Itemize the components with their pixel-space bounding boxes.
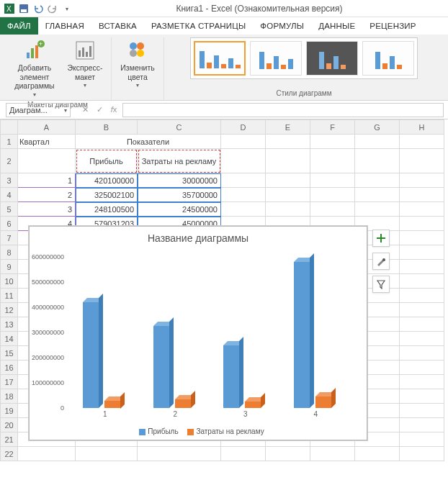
- cell[interactable]: [400, 317, 444, 332]
- qat-customize-icon[interactable]: ▾: [61, 2, 73, 15]
- col-header[interactable]: F: [310, 120, 355, 135]
- chart-bar[interactable]: [83, 302, 99, 408]
- cell[interactable]: Показатели: [76, 135, 221, 149]
- cell[interactable]: [266, 188, 310, 202]
- cell[interactable]: [355, 188, 400, 202]
- row-header[interactable]: 21: [1, 432, 18, 447]
- col-header[interactable]: C: [138, 120, 221, 135]
- select-all-corner[interactable]: [1, 120, 18, 135]
- row-header[interactable]: 5: [1, 202, 18, 217]
- row-header[interactable]: 10: [1, 274, 18, 289]
- chart-title[interactable]: Название диаграммы: [30, 227, 367, 244]
- cell[interactable]: [400, 361, 444, 375]
- name-box[interactable]: Диаграм...▾: [6, 103, 71, 117]
- redo-icon[interactable]: [46, 2, 59, 15]
- cell[interactable]: [400, 217, 444, 231]
- cell[interactable]: [310, 188, 355, 202]
- cell[interactable]: [355, 149, 400, 173]
- cell[interactable]: 2: [18, 188, 76, 202]
- formula-bar[interactable]: [122, 103, 444, 117]
- tab-page-layout[interactable]: РАЗМЕТКА СТРАНИЦЫ: [144, 17, 253, 35]
- cell[interactable]: [221, 188, 266, 202]
- cell[interactable]: 1: [18, 173, 76, 188]
- row-header[interactable]: 3: [1, 173, 18, 188]
- cell[interactable]: [400, 303, 444, 317]
- tab-file[interactable]: ФАЙЛ: [0, 17, 38, 35]
- tab-data[interactable]: ДАННЫЕ: [311, 17, 362, 35]
- chart-bar[interactable]: [153, 326, 169, 408]
- cell[interactable]: [400, 173, 444, 188]
- cell[interactable]: [266, 173, 310, 188]
- col-header[interactable]: E: [266, 120, 310, 135]
- cell[interactable]: 420100000: [76, 173, 138, 188]
- cell[interactable]: [355, 447, 400, 461]
- cell[interactable]: [400, 245, 444, 260]
- cell[interactable]: [400, 432, 444, 447]
- col-header[interactable]: G: [355, 120, 400, 135]
- cell[interactable]: [310, 149, 355, 173]
- col-header[interactable]: D: [221, 120, 266, 135]
- cell[interactable]: [221, 202, 266, 217]
- row-header[interactable]: 7: [1, 231, 18, 245]
- row-header[interactable]: 18: [1, 389, 18, 404]
- col-header[interactable]: B: [76, 120, 138, 135]
- chart-bar[interactable]: [315, 396, 331, 408]
- cell[interactable]: 24500000: [138, 202, 221, 217]
- chart-filters-button[interactable]: [372, 276, 390, 293]
- quick-layout-button[interactable]: Экспресс-макет▾: [63, 37, 107, 90]
- row-header[interactable]: 8: [1, 245, 18, 260]
- cell[interactable]: [400, 231, 444, 245]
- row-header[interactable]: 1: [1, 135, 18, 149]
- cell[interactable]: [18, 149, 76, 173]
- cell[interactable]: [221, 135, 266, 149]
- row-header[interactable]: 2: [1, 149, 18, 173]
- cell[interactable]: [400, 346, 444, 361]
- chart-style-4[interactable]: [362, 41, 414, 76]
- cell[interactable]: [400, 274, 444, 289]
- cell[interactable]: [310, 135, 355, 149]
- chart-bar[interactable]: [245, 402, 261, 408]
- row-header[interactable]: 4: [1, 188, 18, 202]
- cell[interactable]: [266, 202, 310, 217]
- cell[interactable]: [400, 289, 444, 303]
- cell[interactable]: [266, 135, 310, 149]
- cell[interactable]: [400, 418, 444, 432]
- cell[interactable]: Затраты на рекламу: [138, 149, 221, 173]
- cell[interactable]: [400, 135, 444, 149]
- cell[interactable]: [400, 375, 444, 389]
- cell[interactable]: Квартал: [18, 135, 76, 149]
- cell[interactable]: [400, 149, 444, 173]
- tab-review[interactable]: РЕЦЕНЗИР: [362, 17, 423, 35]
- cell[interactable]: [400, 202, 444, 217]
- chart-style-2[interactable]: [250, 41, 302, 76]
- cell[interactable]: [266, 447, 310, 461]
- cell[interactable]: [310, 173, 355, 188]
- cell[interactable]: [266, 149, 310, 173]
- fx-icon[interactable]: fx: [108, 105, 120, 114]
- cell[interactable]: [18, 447, 76, 461]
- row-header[interactable]: 6: [1, 217, 18, 231]
- cell[interactable]: Прибыль: [76, 149, 138, 173]
- chart-styles-button[interactable]: [372, 253, 390, 270]
- cell[interactable]: [221, 149, 266, 173]
- excel-icon[interactable]: X: [3, 2, 16, 15]
- undo-icon[interactable]: [32, 2, 45, 15]
- chart-legend[interactable]: Прибыль Затраты на рекламу: [30, 427, 367, 435]
- chart-bar[interactable]: [175, 399, 191, 408]
- row-header[interactable]: 15: [1, 346, 18, 361]
- row-header[interactable]: 13: [1, 317, 18, 332]
- cell[interactable]: [400, 188, 444, 202]
- row-header[interactable]: 12: [1, 303, 18, 317]
- col-header[interactable]: A: [18, 120, 76, 135]
- cell[interactable]: 325002100: [76, 188, 138, 202]
- chart-object[interactable]: Название диаграммы 010000000020000000030…: [29, 226, 367, 440]
- row-header[interactable]: 16: [1, 361, 18, 375]
- chart-bar[interactable]: [223, 345, 239, 408]
- cell[interactable]: [355, 173, 400, 188]
- row-header[interactable]: 17: [1, 375, 18, 389]
- cell[interactable]: [221, 173, 266, 188]
- tab-formulas[interactable]: ФОРМУЛЫ: [253, 17, 311, 35]
- row-header[interactable]: 14: [1, 332, 18, 346]
- chart-elements-button[interactable]: [372, 230, 390, 247]
- row-header[interactable]: 20: [1, 418, 18, 432]
